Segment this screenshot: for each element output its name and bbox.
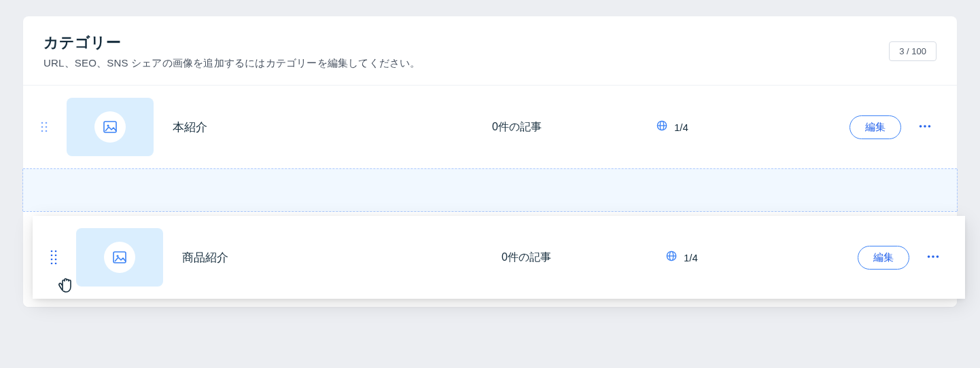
card-header: カテゴリー URL、SEO、SNS シェアの画像を追加するにはカテゴリーを編集し… [23, 16, 957, 86]
article-count: 0件の記事 [492, 120, 655, 134]
globe-icon [665, 249, 678, 265]
category-row: 本紹介 0件の記事 1/4 編集 [23, 86, 957, 168]
count-badge: 3 / 100 [889, 41, 937, 61]
more-horizontal-icon [917, 119, 932, 136]
image-placeholder-icon [94, 111, 126, 143]
drop-target-zone[interactable] [23, 168, 957, 212]
language-status[interactable]: 1/4 [655, 119, 757, 135]
drag-handle-icon[interactable] [39, 121, 52, 133]
globe-icon [655, 119, 669, 135]
category-name: 本紹介 [173, 119, 492, 135]
more-horizontal-icon [926, 249, 941, 266]
category-thumbnail[interactable] [76, 228, 163, 287]
language-status[interactable]: 1/4 [665, 249, 767, 265]
category-name: 商品紹介 [182, 250, 502, 265]
header-text-group: カテゴリー URL、SEO、SNS シェアの画像を追加するにはカテゴリーを編集し… [43, 33, 421, 70]
language-count: 1/4 [674, 122, 688, 133]
edit-button[interactable]: 編集 [850, 115, 901, 139]
language-count: 1/4 [684, 252, 698, 263]
article-count: 0件の記事 [502, 251, 665, 265]
more-actions-button[interactable] [913, 115, 937, 140]
page-subtitle: URL、SEO、SNS シェアの画像を追加するにはカテゴリーを編集してください。 [43, 57, 421, 70]
page-title: カテゴリー [43, 33, 421, 53]
more-actions-button[interactable] [922, 245, 945, 270]
drag-handle-icon[interactable] [49, 249, 61, 265]
edit-button[interactable]: 編集 [858, 246, 909, 270]
image-placeholder-icon [104, 242, 135, 273]
dragging-category-row[interactable]: 商品紹介 0件の記事 1/4 編集 [33, 216, 965, 299]
category-thumbnail[interactable] [67, 98, 154, 156]
